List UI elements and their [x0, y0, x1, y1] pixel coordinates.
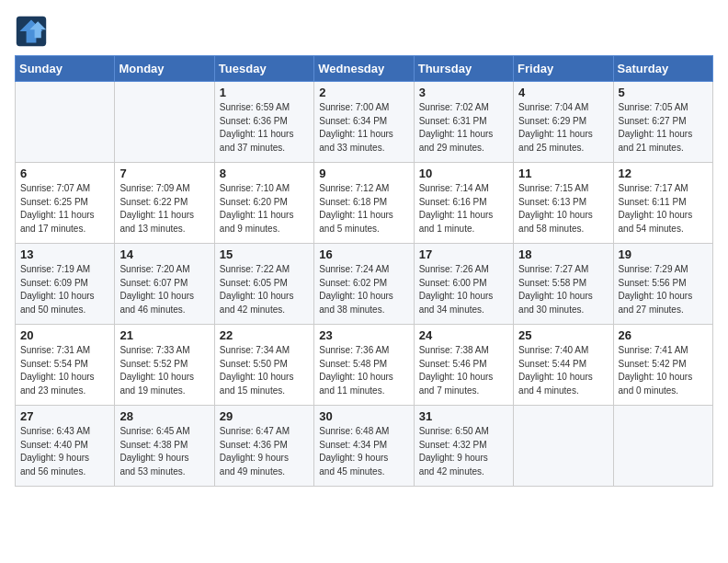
calendar-header: SundayMondayTuesdayWednesdayThursdayFrid…: [16, 56, 713, 82]
day-info: Sunrise: 6:43 AM Sunset: 4:40 PM Dayligh…: [20, 425, 109, 478]
day-info: Sunrise: 7:26 AM Sunset: 6:00 PM Dayligh…: [419, 263, 508, 316]
day-info: Sunrise: 7:34 AM Sunset: 5:50 PM Dayligh…: [220, 344, 309, 397]
calendar-week-row: 6Sunrise: 7:07 AM Sunset: 6:25 PM Daylig…: [16, 163, 713, 244]
weekday-header: Thursday: [414, 56, 513, 82]
day-number: 4: [518, 86, 608, 99]
calendar-cell: 9Sunrise: 7:12 AM Sunset: 6:18 PM Daylig…: [314, 163, 414, 244]
day-number: 10: [419, 167, 508, 180]
day-number: 22: [220, 328, 309, 342]
day-info: Sunrise: 6:50 AM Sunset: 4:32 PM Dayligh…: [419, 425, 508, 478]
calendar-cell: 23Sunrise: 7:36 AM Sunset: 5:48 PM Dayli…: [314, 325, 414, 406]
calendar-cell: 2Sunrise: 7:00 AM Sunset: 6:34 PM Daylig…: [314, 82, 414, 163]
day-number: 6: [20, 167, 109, 180]
day-info: Sunrise: 7:17 AM Sunset: 6:11 PM Dayligh…: [619, 182, 708, 236]
day-info: Sunrise: 7:29 AM Sunset: 5:56 PM Dayligh…: [619, 263, 708, 316]
calendar-cell: 28Sunrise: 6:45 AM Sunset: 4:38 PM Dayli…: [115, 406, 214, 487]
day-info: Sunrise: 7:10 AM Sunset: 6:20 PM Dayligh…: [220, 182, 309, 236]
day-info: Sunrise: 7:40 AM Sunset: 5:44 PM Dayligh…: [518, 344, 608, 397]
day-number: 11: [518, 167, 608, 180]
calendar-cell: 31Sunrise: 6:50 AM Sunset: 4:32 PM Dayli…: [414, 406, 513, 487]
calendar-cell: [514, 406, 613, 487]
day-number: 5: [619, 86, 708, 99]
day-number: 27: [20, 409, 109, 423]
day-info: Sunrise: 7:27 AM Sunset: 5:58 PM Dayligh…: [518, 263, 608, 316]
calendar-cell: 16Sunrise: 7:24 AM Sunset: 6:02 PM Dayli…: [314, 244, 414, 325]
day-info: Sunrise: 7:31 AM Sunset: 5:54 PM Dayligh…: [20, 344, 109, 397]
day-number: 9: [319, 167, 408, 180]
day-info: Sunrise: 7:02 AM Sunset: 6:31 PM Dayligh…: [419, 101, 508, 155]
day-info: Sunrise: 7:36 AM Sunset: 5:48 PM Dayligh…: [319, 344, 408, 397]
calendar-week-row: 13Sunrise: 7:19 AM Sunset: 6:09 PM Dayli…: [16, 244, 713, 325]
day-info: Sunrise: 7:09 AM Sunset: 6:22 PM Dayligh…: [119, 182, 209, 236]
calendar-cell: 22Sunrise: 7:34 AM Sunset: 5:50 PM Dayli…: [214, 325, 313, 406]
day-info: Sunrise: 6:48 AM Sunset: 4:34 PM Dayligh…: [319, 425, 408, 478]
page-header: [15, 15, 713, 48]
calendar-cell: 20Sunrise: 7:31 AM Sunset: 5:54 PM Dayli…: [16, 325, 115, 406]
day-info: Sunrise: 7:15 AM Sunset: 6:13 PM Dayligh…: [518, 182, 608, 236]
calendar-cell: 12Sunrise: 7:17 AM Sunset: 6:11 PM Dayli…: [613, 163, 712, 244]
weekday-header: Tuesday: [214, 56, 313, 82]
calendar-cell: 15Sunrise: 7:22 AM Sunset: 6:05 PM Dayli…: [214, 244, 313, 325]
calendar-cell: 10Sunrise: 7:14 AM Sunset: 6:16 PM Dayli…: [414, 163, 513, 244]
day-number: 8: [220, 167, 309, 180]
day-number: 2: [319, 86, 408, 99]
calendar-cell: 19Sunrise: 7:29 AM Sunset: 5:56 PM Dayli…: [613, 244, 712, 325]
day-number: 28: [119, 409, 209, 423]
calendar-cell: 14Sunrise: 7:20 AM Sunset: 6:07 PM Dayli…: [115, 244, 214, 325]
day-number: 16: [319, 247, 408, 261]
day-info: Sunrise: 6:47 AM Sunset: 4:36 PM Dayligh…: [220, 425, 309, 478]
calendar-cell: [613, 406, 712, 487]
day-number: 26: [619, 328, 708, 342]
day-number: 19: [619, 247, 708, 261]
calendar-cell: 7Sunrise: 7:09 AM Sunset: 6:22 PM Daylig…: [115, 163, 214, 244]
calendar-cell: 17Sunrise: 7:26 AM Sunset: 6:00 PM Dayli…: [414, 244, 513, 325]
calendar-cell: [16, 82, 115, 163]
day-number: 3: [419, 86, 508, 99]
calendar-cell: 1Sunrise: 6:59 AM Sunset: 6:36 PM Daylig…: [214, 82, 313, 163]
calendar-cell: 26Sunrise: 7:41 AM Sunset: 5:42 PM Dayli…: [613, 325, 712, 406]
day-info: Sunrise: 7:07 AM Sunset: 6:25 PM Dayligh…: [20, 182, 109, 236]
day-number: 25: [518, 328, 608, 342]
day-number: 17: [419, 247, 508, 261]
day-info: Sunrise: 7:38 AM Sunset: 5:46 PM Dayligh…: [419, 344, 508, 397]
day-number: 14: [119, 247, 209, 261]
calendar-week-row: 20Sunrise: 7:31 AM Sunset: 5:54 PM Dayli…: [16, 325, 713, 406]
calendar-week-row: 27Sunrise: 6:43 AM Sunset: 4:40 PM Dayli…: [16, 406, 713, 487]
day-number: 15: [220, 247, 309, 261]
day-info: Sunrise: 6:59 AM Sunset: 6:36 PM Dayligh…: [220, 101, 309, 155]
logo-icon: [15, 15, 48, 48]
calendar-cell: [115, 82, 214, 163]
day-number: 12: [619, 167, 708, 180]
day-info: Sunrise: 7:04 AM Sunset: 6:29 PM Dayligh…: [518, 101, 608, 155]
calendar-cell: 8Sunrise: 7:10 AM Sunset: 6:20 PM Daylig…: [214, 163, 313, 244]
day-number: 21: [119, 328, 209, 342]
day-info: Sunrise: 7:00 AM Sunset: 6:34 PM Dayligh…: [319, 101, 408, 155]
weekday-header: Wednesday: [314, 56, 414, 82]
weekday-header: Monday: [115, 56, 214, 82]
day-info: Sunrise: 7:20 AM Sunset: 6:07 PM Dayligh…: [119, 263, 209, 316]
day-number: 18: [518, 247, 608, 261]
day-info: Sunrise: 7:41 AM Sunset: 5:42 PM Dayligh…: [619, 344, 708, 397]
calendar-cell: 13Sunrise: 7:19 AM Sunset: 6:09 PM Dayli…: [16, 244, 115, 325]
day-info: Sunrise: 7:19 AM Sunset: 6:09 PM Dayligh…: [20, 263, 109, 316]
day-info: Sunrise: 7:14 AM Sunset: 6:16 PM Dayligh…: [419, 182, 508, 236]
day-number: 13: [20, 247, 109, 261]
day-info: Sunrise: 7:33 AM Sunset: 5:52 PM Dayligh…: [119, 344, 209, 397]
day-number: 24: [419, 328, 508, 342]
day-info: Sunrise: 6:45 AM Sunset: 4:38 PM Dayligh…: [119, 425, 209, 478]
calendar-week-row: 1Sunrise: 6:59 AM Sunset: 6:36 PM Daylig…: [16, 82, 713, 163]
day-info: Sunrise: 7:22 AM Sunset: 6:05 PM Dayligh…: [220, 263, 309, 316]
weekday-header: Saturday: [613, 56, 712, 82]
calendar-cell: 11Sunrise: 7:15 AM Sunset: 6:13 PM Dayli…: [514, 163, 613, 244]
day-number: 30: [319, 409, 408, 423]
calendar-cell: 4Sunrise: 7:04 AM Sunset: 6:29 PM Daylig…: [514, 82, 613, 163]
calendar-body: 1Sunrise: 6:59 AM Sunset: 6:36 PM Daylig…: [16, 82, 713, 487]
day-info: Sunrise: 7:12 AM Sunset: 6:18 PM Dayligh…: [319, 182, 408, 236]
calendar-cell: 21Sunrise: 7:33 AM Sunset: 5:52 PM Dayli…: [115, 325, 214, 406]
calendar-table: SundayMondayTuesdayWednesdayThursdayFrid…: [15, 55, 713, 487]
weekday-header: Sunday: [16, 56, 115, 82]
calendar-cell: 25Sunrise: 7:40 AM Sunset: 5:44 PM Dayli…: [514, 325, 613, 406]
day-number: 23: [319, 328, 408, 342]
calendar-cell: 5Sunrise: 7:05 AM Sunset: 6:27 PM Daylig…: [613, 82, 712, 163]
calendar-cell: 30Sunrise: 6:48 AM Sunset: 4:34 PM Dayli…: [314, 406, 414, 487]
